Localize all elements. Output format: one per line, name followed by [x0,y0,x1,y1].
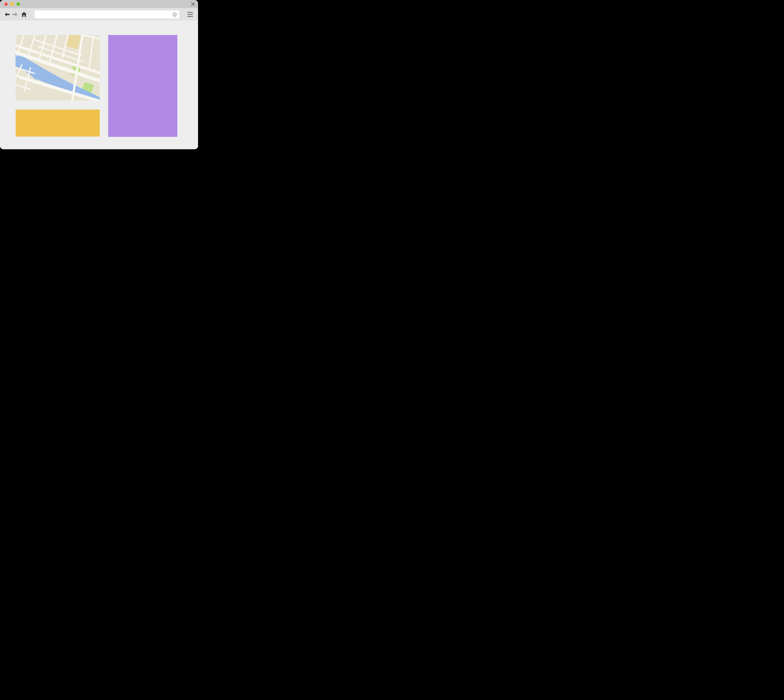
title-bar [0,0,198,8]
bookmark-star-icon[interactable] [172,12,177,17]
map-panel[interactable] [15,35,100,101]
url-input[interactable] [37,10,172,18]
traffic-lights [4,3,20,6]
window-close-button[interactable] [4,3,8,6]
hamburger-menu-icon[interactable] [186,11,195,18]
page-content [0,21,198,149]
address-bar[interactable] [35,10,179,18]
close-icon[interactable] [191,2,195,6]
home-button[interactable] [21,12,27,17]
yellow-panel [16,110,100,137]
purple-side-panel [108,35,177,137]
browser-window [0,0,198,149]
window-minimize-button[interactable] [10,3,14,6]
forward-button[interactable] [12,12,18,17]
browser-toolbar [0,8,198,21]
back-button[interactable] [4,12,10,17]
window-maximize-button[interactable] [17,3,20,6]
